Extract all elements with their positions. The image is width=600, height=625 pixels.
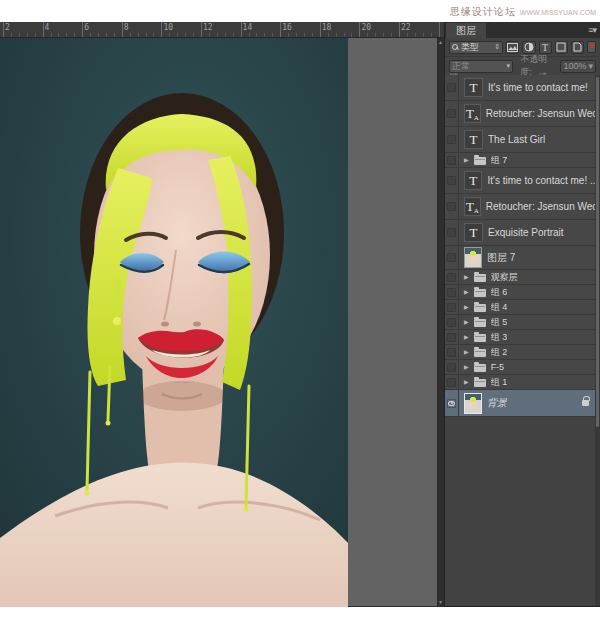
layer-row-4[interactable]: TIt's time to contact me! ...: [445, 168, 595, 194]
visibility-toggle[interactable]: [445, 127, 459, 152]
layer-name[interactable]: Retoucher: Jsensun Wech...: [486, 201, 595, 212]
visibility-toggle[interactable]: [445, 345, 459, 359]
eye-empty-well: [447, 156, 456, 165]
watermark: 思缘设计论坛 WWW.MISSYUAN.COM: [450, 5, 596, 19]
expand-triangle-icon[interactable]: ▶: [464, 349, 469, 355]
layer-name[interactable]: Exquisite Portrait: [488, 227, 564, 238]
visibility-toggle[interactable]: [445, 315, 459, 329]
visibility-toggle[interactable]: [445, 375, 459, 389]
panel-menu-icon[interactable]: ≡▾: [588, 25, 596, 35]
eye-empty-well: [447, 273, 456, 282]
expand-triangle-icon[interactable]: ▶: [464, 304, 469, 310]
pixel-layers-filter-icon[interactable]: [506, 41, 519, 54]
layer-name[interactable]: 组 6: [491, 286, 508, 299]
visibility-toggle[interactable]: [445, 101, 459, 126]
layer-name[interactable]: 组 4: [491, 301, 508, 314]
visibility-toggle[interactable]: [445, 285, 459, 299]
eye-empty-well: [447, 348, 456, 357]
ruler-number: 20: [361, 23, 371, 32]
expand-triangle-icon[interactable]: ▶: [464, 289, 469, 295]
text-layer-thumbnail[interactable]: T: [464, 171, 482, 190]
eye-empty-well: [447, 378, 456, 387]
layer-name[interactable]: 组 5: [491, 316, 508, 329]
visibility-toggle[interactable]: [445, 330, 459, 344]
layer-row-15[interactable]: ▶组 1: [445, 375, 595, 390]
layer-row-10[interactable]: ▶组 4: [445, 300, 595, 315]
text-layer-thumbnail[interactable]: T: [464, 130, 483, 149]
filter-toggle-icon[interactable]: [587, 41, 596, 53]
text-layer-thumbnail[interactable]: T: [464, 78, 483, 97]
folder-icon: [474, 289, 486, 297]
layer-name[interactable]: It's time to contact me!: [488, 82, 588, 93]
expand-triangle-icon[interactable]: ▶: [464, 334, 469, 340]
layer-row-11[interactable]: ▶组 5: [445, 315, 595, 330]
layer-name[interactable]: 组 3: [491, 331, 508, 344]
type-layers-filter-icon[interactable]: T: [539, 41, 552, 54]
layer-row-3[interactable]: ▶组 7: [445, 153, 595, 168]
visibility-toggle[interactable]: [445, 220, 459, 245]
layer-name[interactable]: 图层 7: [487, 251, 515, 265]
layer-list: TIt's time to contact me!TARetoucher: Js…: [445, 75, 595, 606]
layer-thumbnail[interactable]: [464, 393, 482, 414]
document-canvas[interactable]: [0, 38, 348, 607]
layer-row-14[interactable]: ▶F-5: [445, 360, 595, 375]
expand-triangle-icon[interactable]: ▶: [464, 379, 469, 385]
layer-name[interactable]: The Last Girl: [488, 134, 545, 145]
scroll-down-icon[interactable]: ▼: [437, 598, 444, 607]
folder-icon: [474, 157, 486, 165]
layer-name[interactable]: 观察层: [491, 271, 518, 284]
layer-row-13[interactable]: ▶组 2: [445, 345, 595, 360]
adjustment-layers-filter-icon[interactable]: [522, 41, 535, 54]
expand-triangle-icon[interactable]: ▶: [464, 319, 469, 325]
visibility-toggle[interactable]: [445, 153, 459, 167]
lock-icon: [582, 400, 589, 406]
layer-row-6[interactable]: TExquisite Portrait: [445, 220, 595, 246]
layer-name[interactable]: It's time to contact me! ...: [487, 175, 595, 186]
text-layer-thumbnail[interactable]: TA: [464, 197, 481, 216]
scroll-up-icon[interactable]: ▲: [437, 38, 444, 47]
ruler-number: 16: [282, 23, 292, 32]
watermark-url: WWW.MISSYUAN.COM: [520, 9, 596, 16]
layer-name[interactable]: 组 2: [491, 346, 508, 359]
layer-row-0[interactable]: TIt's time to contact me!: [445, 75, 595, 101]
visibility-toggle[interactable]: [445, 246, 459, 269]
layer-row-9[interactable]: ▶组 6: [445, 285, 595, 300]
expand-triangle-icon[interactable]: ▶: [464, 157, 469, 163]
scrollbar-thumb[interactable]: [596, 77, 599, 427]
layer-row-2[interactable]: TThe Last Girl: [445, 127, 595, 153]
expand-triangle-icon[interactable]: ▶: [464, 364, 469, 370]
text-layer-thumbnail[interactable]: T: [464, 223, 483, 242]
filter-type-dropdown[interactable]: 类型 ⇕: [449, 41, 503, 54]
smart-object-filter-icon[interactable]: [571, 41, 584, 54]
panel-scrollbar[interactable]: [595, 75, 600, 606]
layer-row-5[interactable]: TARetoucher: Jsensun Wech...: [445, 194, 595, 220]
visibility-toggle[interactable]: [445, 390, 459, 416]
layer-name[interactable]: 背景: [487, 396, 507, 410]
expand-triangle-icon[interactable]: ▶: [464, 274, 469, 280]
layer-row-16[interactable]: 背景: [445, 390, 595, 417]
document-scrollbar[interactable]: ▲ ▼: [437, 38, 444, 607]
layer-thumbnail[interactable]: [464, 247, 482, 268]
layer-name[interactable]: F-5: [491, 362, 505, 372]
opacity-value[interactable]: 100% ▾: [560, 60, 596, 73]
text-layer-thumbnail[interactable]: TA: [464, 104, 481, 123]
visibility-toggle[interactable]: [445, 270, 459, 284]
shape-layers-filter-icon[interactable]: [555, 41, 568, 54]
layer-row-12[interactable]: ▶组 3: [445, 330, 595, 345]
layer-row-7[interactable]: 图层 7: [445, 246, 595, 270]
layers-panel: 图层 ≡▾ 类型 ⇕ T: [444, 22, 600, 607]
tab-layers[interactable]: 图层: [446, 23, 486, 38]
thumbnail-subscript: A: [474, 114, 479, 122]
layer-name[interactable]: 组 1: [491, 376, 508, 389]
top-strip: 思缘设计论坛 WWW.MISSYUAN.COM: [0, 0, 600, 22]
visibility-toggle[interactable]: [445, 360, 459, 374]
layer-name[interactable]: Retoucher: Jsensun Wech...: [486, 108, 595, 119]
layer-row-8[interactable]: ▶观察层: [445, 270, 595, 285]
visibility-toggle[interactable]: [445, 168, 459, 193]
eye-empty-well: [447, 253, 456, 262]
visibility-toggle[interactable]: [445, 75, 459, 100]
layer-name[interactable]: 组 7: [491, 154, 508, 167]
visibility-toggle[interactable]: [445, 194, 459, 219]
visibility-toggle[interactable]: [445, 300, 459, 314]
layer-row-1[interactable]: TARetoucher: Jsensun Wech...: [445, 101, 595, 127]
